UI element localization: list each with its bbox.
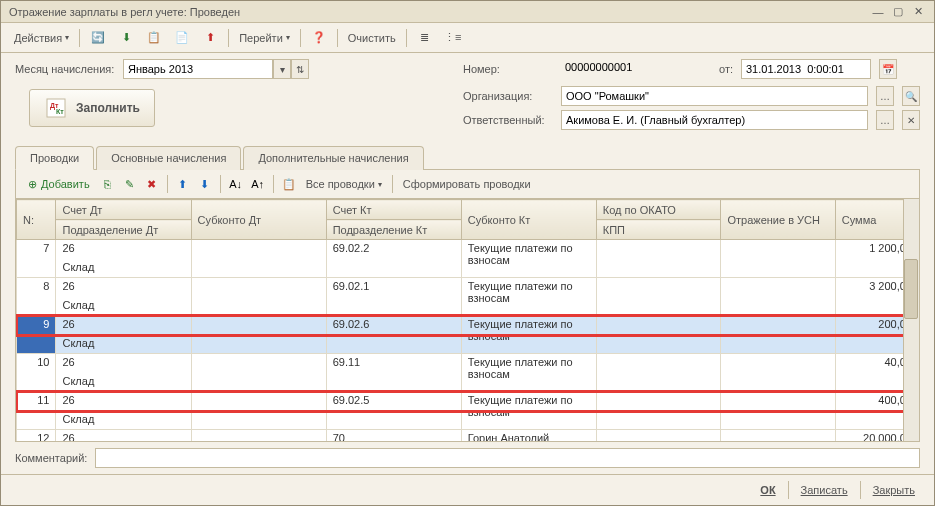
cell-kt: 69.02.2 <box>326 240 461 259</box>
period-dropdown-icon[interactable]: ▾ <box>273 59 291 79</box>
svg-text:Кт: Кт <box>56 108 64 115</box>
col-kt2[interactable]: Подразделение Кт <box>326 220 461 240</box>
table-row[interactable]: 92669.02.6Текущие платежи по взносам200,… <box>17 316 919 335</box>
cell-dt: 26 <box>56 430 191 443</box>
move-up-icon[interactable]: ⬆ <box>173 174 193 194</box>
table-row[interactable]: 72669.02.2Текущие платежи по взносам1 20… <box>17 240 919 259</box>
minimize-button[interactable]: — <box>870 5 886 19</box>
cell-kt: 69.02.1 <box>326 278 461 297</box>
cell-okato <box>596 278 721 316</box>
list-icon[interactable]: ≣ <box>412 27 438 49</box>
fill-icon: ДтКт <box>44 96 68 120</box>
fill-button[interactable]: ДтКт Заполнить <box>29 89 155 127</box>
tab-add-accruals[interactable]: Дополнительные начисления <box>243 146 423 170</box>
comment-input[interactable] <box>95 448 920 468</box>
number-value: 00000000001 <box>561 59 711 79</box>
cell-n: 7 <box>17 240 56 278</box>
ok-button[interactable]: ОК <box>755 481 780 499</box>
table-scrollbar[interactable] <box>903 199 919 441</box>
cell-sub-dt <box>191 240 326 278</box>
cell-sub-dt <box>191 430 326 443</box>
table-row[interactable]: 82669.02.1Текущие платежи по взносам3 20… <box>17 278 919 297</box>
cell-dt: 26 <box>56 316 191 335</box>
cell-sub-kt: Текущие платежи по взносам <box>461 354 596 392</box>
table-row[interactable]: 112669.02.5Текущие платежи по взносам400… <box>17 392 919 411</box>
table-row[interactable]: 122670Горин Анатолий Петрович20 000,00 <box>17 430 919 443</box>
calendar-icon[interactable]: 📅 <box>879 59 897 79</box>
cell-sub-kt: Текущие платежи по взносам <box>461 278 596 316</box>
scroll-thumb[interactable] <box>904 259 918 319</box>
from-label: от: <box>719 63 733 75</box>
tabs: Проводки Основные начисления Дополнитель… <box>15 145 920 170</box>
unpost-icon[interactable]: 📄 <box>169 27 195 49</box>
cell-usn <box>721 392 835 430</box>
delete-row-icon[interactable]: ✖ <box>142 174 162 194</box>
maximize-button[interactable]: ▢ <box>890 5 906 19</box>
resp-input[interactable] <box>561 110 868 130</box>
cell-kt2 <box>326 297 461 316</box>
comment-label: Комментарий: <box>15 452 87 464</box>
resp-label: Ответственный: <box>463 114 553 126</box>
goto-menu[interactable]: Перейти▾ <box>234 29 295 47</box>
sort-asc-icon[interactable]: A↓ <box>226 174 246 194</box>
cell-dt: 26 <box>56 278 191 297</box>
org-select-icon[interactable]: … <box>876 86 894 106</box>
refresh-icon[interactable]: 🔄 <box>85 27 111 49</box>
table-row[interactable]: 102669.11Текущие платежи по взносам40,00 <box>17 354 919 373</box>
help-icon[interactable]: ❓ <box>306 27 332 49</box>
col-sub-dt[interactable]: Субконто Дт <box>191 200 326 240</box>
col-kpp[interactable]: КПП <box>596 220 721 240</box>
period-spin-icon[interactable]: ⇅ <box>291 59 309 79</box>
copy-row-icon[interactable]: ⎘ <box>98 174 118 194</box>
col-kt[interactable]: Счет Кт <box>326 200 461 220</box>
col-okato[interactable]: Код по ОКАТО <box>596 200 721 220</box>
post-icon[interactable]: 📋 <box>141 27 167 49</box>
col-usn[interactable]: Отражение в УСН <box>721 200 835 240</box>
cell-dt: 26 <box>56 240 191 259</box>
sort-desc-icon[interactable]: A↑ <box>248 174 268 194</box>
list2-icon[interactable]: ⋮≡ <box>440 27 466 49</box>
titlebar: Отражение зарплаты в регл учете: Проведе… <box>1 1 934 23</box>
cell-n: 12 <box>17 430 56 443</box>
close-button[interactable]: ✕ <box>910 5 926 19</box>
resp-select-icon[interactable]: … <box>876 110 894 130</box>
cell-okato <box>596 354 721 392</box>
all-entries-menu[interactable]: Все проводки▾ <box>301 175 387 193</box>
cell-kt2 <box>326 373 461 392</box>
col-sub-kt[interactable]: Субконто Кт <box>461 200 596 240</box>
period-input[interactable] <box>123 59 273 79</box>
cell-okato <box>596 240 721 278</box>
resp-clear-icon[interactable]: ✕ <box>902 110 920 130</box>
gen-entries-button[interactable]: Сформировать проводки <box>398 175 536 193</box>
edit-row-icon[interactable]: ✎ <box>120 174 140 194</box>
col-dt2[interactable]: Подразделение Дт <box>56 220 191 240</box>
entries-table: N: Счет Дт Субконто Дт Счет Кт Субконто … <box>15 198 920 442</box>
cell-okato <box>596 316 721 354</box>
cell-sub-dt <box>191 392 326 430</box>
tab-main-accruals[interactable]: Основные начисления <box>96 146 241 170</box>
clear-button[interactable]: Очистить <box>343 29 401 47</box>
export-icon[interactable]: ⬇ <box>113 27 139 49</box>
period-input-wrap[interactable]: ▾ ⇅ <box>123 59 309 79</box>
cell-n: 11 <box>17 392 56 430</box>
cell-dt: 26 <box>56 354 191 373</box>
period-label: Месяц начисления: <box>15 63 115 75</box>
cell-sub-kt: Текущие платежи по взносам <box>461 316 596 354</box>
write-button[interactable]: Записать <box>796 481 853 499</box>
org-search-icon[interactable]: 🔍 <box>902 86 920 106</box>
cell-dt2: Склад <box>56 259 191 278</box>
fill-list-icon[interactable]: 📋 <box>279 174 299 194</box>
actions-menu[interactable]: Действия▾ <box>9 29 74 47</box>
date-input[interactable] <box>741 59 871 79</box>
org-input[interactable] <box>561 86 868 106</box>
tab-entries[interactable]: Проводки <box>15 146 94 170</box>
add-row-button[interactable]: ⊕ Добавить <box>22 176 96 193</box>
structure-icon[interactable]: ⬆ <box>197 27 223 49</box>
col-n[interactable]: N: <box>17 200 56 240</box>
close-form-button[interactable]: Закрыть <box>868 481 920 499</box>
col-dt[interactable]: Счет Дт <box>56 200 191 220</box>
cell-kt: 69.11 <box>326 354 461 373</box>
move-down-icon[interactable]: ⬇ <box>195 174 215 194</box>
cell-usn <box>721 278 835 316</box>
cell-sub-kt: Текущие платежи по взносам <box>461 240 596 278</box>
